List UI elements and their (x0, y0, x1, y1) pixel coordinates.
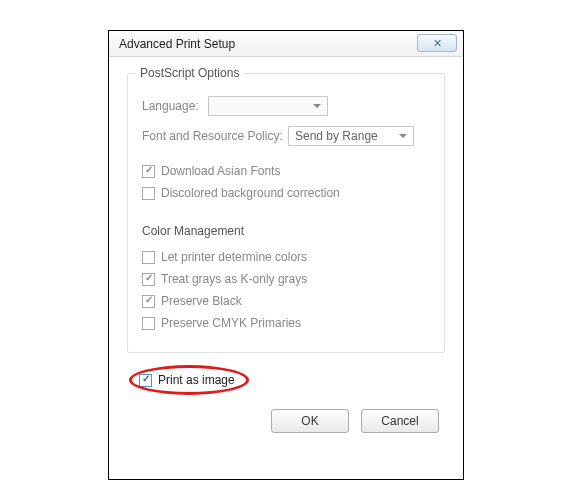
preserve-black-row: Preserve Black (142, 294, 430, 308)
ok-button[interactable]: OK (271, 409, 349, 433)
language-dropdown[interactable] (208, 96, 328, 116)
discolored-bg-row: Discolored background correction (142, 186, 430, 200)
download-asian-label: Download Asian Fonts (161, 164, 280, 178)
chevron-down-icon (399, 134, 407, 138)
language-row: Language: (142, 96, 430, 116)
treat-grays-checkbox[interactable] (142, 273, 155, 286)
font-policy-label: Font and Resource Policy: (142, 129, 288, 143)
discolored-bg-label: Discolored background correction (161, 186, 340, 200)
treat-grays-row: Treat grays as K-only grays (142, 272, 430, 286)
close-button[interactable]: ✕ (417, 34, 457, 52)
dialog-window: Advanced Print Setup ✕ PostScript Option… (108, 30, 464, 480)
discolored-bg-checkbox[interactable] (142, 187, 155, 200)
postscript-options-group: PostScript Options Language: Font and Re… (127, 73, 445, 353)
preserve-cmyk-row: Preserve CMYK Primaries (142, 316, 430, 330)
download-asian-checkbox[interactable] (142, 165, 155, 178)
preserve-cmyk-checkbox[interactable] (142, 317, 155, 330)
download-asian-row: Download Asian Fonts (142, 164, 430, 178)
print-as-image-row: Print as image (139, 373, 445, 387)
preserve-black-checkbox[interactable] (142, 295, 155, 308)
cancel-button[interactable]: Cancel (361, 409, 439, 433)
color-management-subhead: Color Management (142, 224, 430, 238)
close-icon: ✕ (433, 37, 442, 50)
font-policy-dropdown[interactable]: Send by Range (288, 126, 414, 146)
font-policy-row: Font and Resource Policy: Send by Range (142, 126, 430, 146)
preserve-black-label: Preserve Black (161, 294, 242, 308)
ok-button-label: OK (301, 414, 318, 428)
window-title: Advanced Print Setup (119, 37, 235, 51)
titlebar: Advanced Print Setup ✕ (109, 31, 463, 57)
font-policy-value: Send by Range (295, 129, 378, 143)
preserve-cmyk-label: Preserve CMYK Primaries (161, 316, 301, 330)
chevron-down-icon (313, 104, 321, 108)
postscript-group-title: PostScript Options (136, 66, 243, 80)
treat-grays-label: Treat grays as K-only grays (161, 272, 307, 286)
let-printer-row: Let printer determine colors (142, 250, 430, 264)
print-as-image-checkbox[interactable] (139, 374, 152, 387)
dialog-button-row: OK Cancel (127, 409, 445, 433)
let-printer-checkbox[interactable] (142, 251, 155, 264)
cancel-button-label: Cancel (381, 414, 418, 428)
dialog-content: PostScript Options Language: Font and Re… (109, 57, 463, 447)
let-printer-label: Let printer determine colors (161, 250, 307, 264)
language-label: Language: (142, 99, 208, 113)
print-as-image-label: Print as image (158, 373, 235, 387)
